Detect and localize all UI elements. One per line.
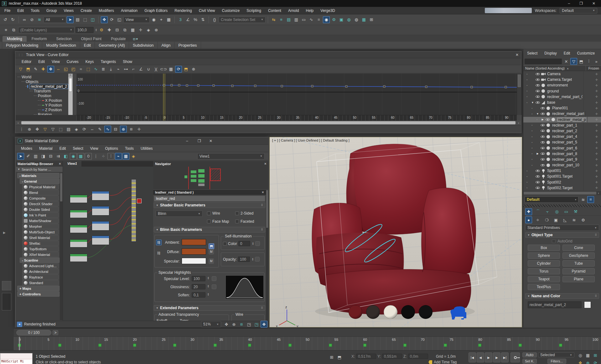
scene-explorer-menu-display[interactable]: Display — [541, 50, 560, 56]
select-and-manipulate-icon[interactable]: ⌖ — [158, 16, 165, 23]
delete-selected-icon[interactable]: ⊟ — [47, 153, 54, 160]
viewport-layouts-icon[interactable]: ▦ — [584, 352, 591, 359]
menu-views[interactable]: Views — [60, 8, 77, 14]
slide-keys-icon[interactable]: ⇔ — [55, 66, 62, 73]
selfillum-map-button[interactable] — [255, 241, 260, 246]
visibility-eye-icon[interactable] — [541, 146, 545, 150]
spacewarps-icon[interactable]: ≋ — [571, 216, 578, 223]
sme-view-dropdown[interactable]: View1▼ — [197, 153, 265, 159]
selfillum-color-checkbox[interactable] — [223, 242, 227, 246]
expand-right-icon[interactable]: ▶ — [536, 152, 539, 155]
browser-row-standard[interactable]: Standard — [22, 280, 59, 285]
material-preview-swatch-1[interactable] — [366, 305, 380, 319]
zoom-region-icon[interactable]: ⧈ — [128, 126, 135, 133]
tangent-fast-icon[interactable]: ⌁ — [115, 66, 122, 73]
menu-animation[interactable]: Animation — [118, 8, 141, 14]
track-view-time-ruler[interactable]: -20-15-10-505101520253035404550556065707… — [76, 115, 517, 121]
rectangular-selection-region-icon[interactable]: ⬚ — [82, 16, 89, 23]
scale-keys-icon[interactable]: ◱ — [62, 66, 69, 73]
glossiness-map-button[interactable] — [212, 284, 216, 289]
play-icon[interactable]: ▶ — [485, 352, 492, 362]
sme-view-tab[interactable]: View1 — [63, 161, 81, 167]
browser-row-blend[interactable]: Blend — [22, 190, 59, 195]
workspaces-dropdown[interactable]: Default▼ — [560, 8, 597, 13]
select-by-material-icon[interactable]: ◈ — [130, 153, 137, 160]
frame-horizontal-icon[interactable]: ⊟ — [112, 126, 119, 133]
show-end-result-icon[interactable]: 0 — [85, 153, 92, 160]
autogrid-layers-icon[interactable]: ⧉ — [10, 27, 17, 34]
ribbon-tab-object-paint[interactable]: Object Paint — [77, 36, 106, 42]
scene-object-recliner-part-8[interactable]: ▪▶recliner_part_8✛ — [523, 151, 601, 157]
zoom-tool-icon[interactable]: ⊕ — [231, 321, 237, 328]
track-item-x-position[interactable]: X Position — [16, 98, 68, 103]
schematic-view-icon[interactable]: ⌗ — [315, 16, 322, 23]
add-keys-icon[interactable]: ✚ — [40, 66, 47, 73]
track-item-transform[interactable]: Transform — [16, 89, 68, 93]
select-object-icon[interactable]: ➤ — [67, 16, 74, 23]
clear-search-icon[interactable]: ✕ — [563, 58, 570, 65]
navigator-close-icon[interactable]: ✕ — [264, 162, 267, 165]
sme-titlebar[interactable]: 3 Slate Material Editor – ❐ ✕ — [15, 137, 268, 145]
stats-icon[interactable]: ▤ — [65, 126, 72, 133]
freeze-layer-icon[interactable]: ◈ — [145, 27, 152, 34]
browser-row-multi-sub-object[interactable]: Multi/Sub-Object — [22, 229, 59, 235]
browser-row-directx-shader[interactable]: DirectX Shader — [22, 201, 59, 206]
select-and-rotate-icon[interactable]: ⟳ — [108, 16, 115, 23]
browser-row-shellac[interactable]: Shellac — [22, 241, 59, 246]
browser-row-raytrace[interactable]: Raytrace — [22, 274, 59, 280]
visibility-eye-icon[interactable] — [536, 72, 540, 76]
viewport-label[interactable]: [ + ] [ Camera ] [ User-Defined ] [ Defa… — [272, 138, 350, 142]
filter-keys-icon[interactable]: ▽ — [17, 66, 24, 73]
browser-row-architectural[interactable]: Architectural — [22, 269, 59, 274]
selection-filter-dropdown[interactable]: All▼ — [44, 17, 66, 23]
sme-menu-view[interactable]: View — [87, 145, 101, 152]
browser-row-physical-material[interactable]: Physical Material — [22, 184, 59, 190]
scene-explorer-menu-edit[interactable]: Edit — [561, 50, 573, 56]
animation-key-7[interactable] — [58, 344, 61, 347]
select-by-name-icon[interactable]: ▤ — [74, 16, 81, 23]
visibility-eye-icon[interactable] — [541, 163, 545, 167]
tangent-slow-icon[interactable]: ⊶ — [122, 66, 129, 73]
zoom-value-extents-icon[interactable]: ⊕ — [26, 126, 33, 133]
visibility-eye-icon[interactable] — [536, 89, 540, 93]
wire-checkbox[interactable] — [207, 211, 211, 215]
browser-close-icon[interactable]: ✕ — [59, 162, 61, 165]
tangent-step-icon[interactable]: ⌐ — [130, 66, 137, 73]
browser-row-scanline[interactable]: - Scanline — [20, 257, 60, 263]
track-view-hscrollbar[interactable]: ‹ › — [16, 121, 521, 125]
track-view-titlebar[interactable]: ⋮⋮ Track View - Curve Editor ✕ — [15, 51, 521, 58]
extended-parameters-rollout[interactable]: ▼Extended Parameters⠿ — [154, 305, 265, 311]
track-view-menu-tangents[interactable]: Tangents — [98, 59, 119, 65]
animation-key-20[interactable] — [133, 344, 136, 347]
animation-key-27[interactable] — [173, 344, 176, 347]
snaps-toggle-icon[interactable]: 3 — [177, 16, 184, 23]
material-node[interactable] — [70, 225, 87, 233]
edit-track-set-icon[interactable]: ✎ — [96, 126, 103, 133]
go-to-start-icon[interactable]: |◀ — [469, 352, 476, 362]
hide-unused-nodeslots-icon[interactable]: ◧ — [62, 153, 69, 160]
material-node[interactable] — [92, 236, 109, 245]
go-to-end-icon[interactable]: ▶| — [501, 352, 509, 362]
ribbon-panel-edit[interactable]: Edit — [80, 42, 95, 49]
next-frame-icon[interactable]: ▶ — [493, 352, 500, 362]
material-header-close-icon[interactable]: ✕ — [262, 191, 264, 194]
break-tangents-icon[interactable]: )( — [153, 66, 159, 73]
panel-splitter[interactable] — [523, 205, 601, 207]
visibility-eye-icon[interactable] — [541, 112, 545, 116]
diffuse-specular-lock-icon[interactable]: ⛓ — [156, 250, 162, 256]
browser-row-composite[interactable]: Composite — [22, 195, 59, 201]
specular-level-map-button[interactable] — [212, 276, 216, 281]
assign-material-to-selection-icon[interactable]: ◨ — [40, 153, 47, 160]
sme-menu-edit[interactable]: Edit — [56, 145, 69, 152]
material-node[interactable] — [70, 210, 87, 218]
value-snap-icon[interactable]: ✛ — [136, 126, 142, 133]
zoom-icon[interactable]: ⊕ — [120, 126, 127, 133]
z-coordinate-field[interactable]: 0,0m — [408, 354, 428, 359]
track-item-y-position[interactable]: Y Position — [16, 103, 68, 107]
animation-key-54[interactable] — [329, 344, 332, 347]
menu-group[interactable]: Group — [43, 8, 60, 14]
draw-curves-icon[interactable]: ✎ — [32, 66, 39, 73]
draw-region-icon[interactable]: ⬚ — [57, 126, 64, 133]
primitive-category-dropdown[interactable]: Standard Primitives▼ — [525, 225, 599, 231]
sme-menu-select[interactable]: Select — [70, 145, 86, 152]
